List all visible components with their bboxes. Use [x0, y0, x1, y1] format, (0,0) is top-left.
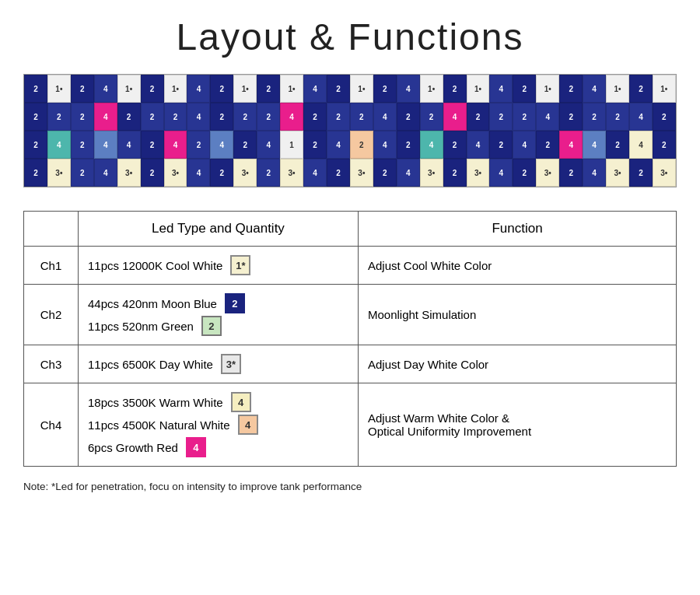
led-cell: 2 — [210, 159, 233, 187]
led-cell: 2 — [373, 75, 397, 103]
led-text: 11pcs 12000K Cool White — [88, 259, 222, 272]
led-cell: 4 — [373, 103, 397, 131]
led-cell: 2 — [443, 159, 467, 187]
led-cell: 3• — [164, 159, 187, 187]
led-cell: 2 — [164, 103, 187, 131]
led-cell: 2 — [24, 75, 47, 103]
led-cell: 2 — [513, 103, 536, 131]
table-header-ch — [24, 212, 79, 247]
led-badge: 1* — [230, 255, 250, 275]
page-title: Layout & Functions — [23, 16, 677, 58]
led-cell: 4 — [513, 131, 536, 159]
led-cell: 1• — [350, 75, 373, 103]
led-cell: 4 — [210, 131, 233, 159]
led-cell: 2 — [583, 103, 606, 131]
led-cell: 2 — [559, 75, 583, 103]
led-cell: 4 — [397, 75, 420, 103]
led-cell: 4 — [327, 131, 350, 159]
led-cell: 4 — [94, 159, 117, 187]
led-cell: 3• — [233, 159, 257, 187]
led-cell: 2 — [489, 131, 513, 159]
led-badge: 3* — [221, 354, 241, 374]
led-cell: 4 — [467, 131, 490, 159]
led-cell: 3• — [47, 159, 71, 187]
led-cell: 2 — [303, 131, 327, 159]
led-badge: 2 — [201, 316, 222, 336]
led-cell: 4 — [583, 75, 606, 103]
function-cell: Adjust Day White Color — [359, 345, 677, 383]
led-cell: 3• — [606, 159, 629, 187]
led-cell: 2 — [47, 103, 71, 131]
led-cell: 2 — [443, 75, 467, 103]
led-cell: 2 — [536, 131, 559, 159]
led-cell: 3• — [420, 159, 443, 187]
led-cell: 3• — [653, 159, 676, 187]
led-cell: 4 — [420, 131, 443, 159]
led-cell: 2 — [233, 131, 257, 159]
led-cell: 1 — [280, 131, 303, 159]
led-cell: 1• — [420, 75, 443, 103]
led-text: 11pcs 6500K Day White — [88, 358, 213, 371]
led-cell: 4 — [489, 75, 513, 103]
led-cell: 4 — [397, 159, 420, 187]
led-cell: 2 — [420, 103, 443, 131]
led-strip: 21•241•21•421•21•421•241•21•421•241•21•2… — [23, 74, 677, 187]
led-cell: 2 — [606, 131, 629, 159]
led-cell: 2 — [606, 103, 629, 131]
function-cell: Adjust Warm White Color &Optical Uniform… — [359, 383, 677, 467]
led-cell: 4 — [187, 75, 210, 103]
led-cell: 2 — [629, 75, 653, 103]
led-cell: 4 — [373, 131, 397, 159]
led-cell: 4 — [257, 131, 280, 159]
led-cell: 2 — [210, 103, 233, 131]
functions-table: Led Type and Quantity Function Ch111pcs … — [23, 211, 677, 467]
channel-cell: Ch1 — [24, 247, 79, 285]
led-cell: 4 — [629, 103, 653, 131]
led-cell: 2 — [350, 103, 373, 131]
led-cell: 2 — [117, 103, 141, 131]
led-cell: 4 — [583, 131, 606, 159]
led-badge: 4 — [238, 415, 258, 435]
led-cell: 3• — [117, 159, 141, 187]
led-cell: 2 — [653, 103, 676, 131]
led-cell: 2 — [24, 103, 47, 131]
led-cell: 1• — [467, 75, 490, 103]
led-cell: 2 — [327, 103, 350, 131]
led-cell: 2 — [467, 103, 490, 131]
led-text: 6pcs Growth Red — [88, 441, 178, 454]
led-cell: 2 — [24, 159, 47, 187]
led-cell: 2 — [257, 75, 280, 103]
led-cell: 2 — [141, 159, 164, 187]
led-cell: 2 — [257, 103, 280, 131]
led-cell: 4 — [117, 131, 141, 159]
channel-cell: Ch2 — [24, 285, 79, 345]
led-cell: 2 — [141, 103, 164, 131]
led-cell: 4 — [559, 131, 583, 159]
led-cell: 4 — [164, 131, 187, 159]
led-cell: 4 — [94, 103, 117, 131]
led-cell: 2 — [71, 131, 94, 159]
led-cell: 3• — [467, 159, 490, 187]
led-cell: 1• — [47, 75, 71, 103]
led-type-cell: 11pcs 6500K Day White3* — [79, 345, 359, 383]
led-cell: 4 — [536, 103, 559, 131]
led-cell: 2 — [513, 159, 536, 187]
note-text: Note: *Led for penetration, focu on inte… — [23, 481, 677, 492]
led-cell: 2 — [141, 75, 164, 103]
led-cell: 2 — [303, 103, 327, 131]
led-cell: 2 — [210, 75, 233, 103]
led-cell: 2 — [559, 103, 583, 131]
led-text: 11pcs 520nm Green — [88, 320, 194, 333]
led-cell: 4 — [629, 131, 653, 159]
led-cell: 2 — [327, 75, 350, 103]
led-cell: 2 — [397, 131, 420, 159]
led-cell: 2 — [653, 131, 676, 159]
led-badge: 4 — [231, 392, 251, 412]
led-cell: 4 — [47, 131, 71, 159]
channel-cell: Ch3 — [24, 345, 79, 383]
led-text: 18pcs 3500K Warm White — [88, 396, 223, 409]
led-cell: 3• — [536, 159, 559, 187]
led-cell: 2 — [71, 75, 94, 103]
led-cell: 3• — [350, 159, 373, 187]
led-cell: 2 — [513, 75, 536, 103]
